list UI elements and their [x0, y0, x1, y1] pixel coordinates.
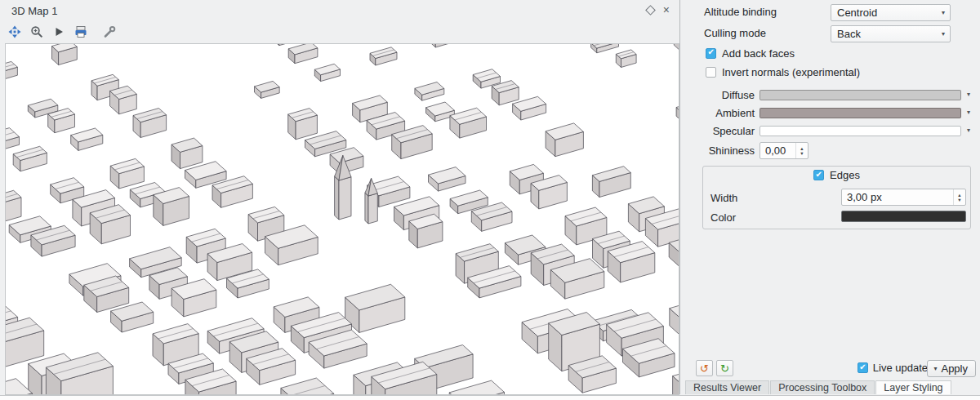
culling-mode-select[interactable]: Back ▾ [831, 25, 951, 42]
zoom-in-icon [30, 25, 43, 38]
altitude-binding-label: Altitude binding [704, 6, 777, 18]
redo-icon: ↻ [720, 362, 729, 375]
tab-label: Results Viewer [693, 382, 761, 393]
add-back-faces-row: Add back faces [706, 46, 795, 60]
edge-color-label: Color [710, 211, 736, 224]
chevron-down-icon[interactable]: ▾ [967, 109, 970, 116]
map-toolbar [0, 21, 679, 42]
apply-dropdown-icon: ▾ [933, 365, 937, 372]
live-update-label: Live update [873, 362, 928, 374]
tab-label: Layer Styling [884, 382, 942, 393]
live-update-checkbox[interactable] [858, 362, 868, 373]
play-icon [52, 25, 65, 38]
spin-down-icon[interactable]: ▾ [958, 198, 960, 202]
add-back-faces-label: Add back faces [722, 47, 795, 60]
zoom-button[interactable] [29, 24, 44, 39]
configure-button[interactable] [102, 24, 117, 39]
styling-footer: ↺ ↻ Live update ▾ Apply [681, 359, 980, 379]
map-panel-title: 3D Map 1 [11, 5, 57, 17]
spin-down-icon[interactable]: ▾ [800, 151, 803, 156]
status-bar [0, 395, 980, 400]
altitude-binding-select[interactable]: Centroid ▾ [831, 4, 951, 21]
tab-processing-toolbox[interactable]: Processing Toolbox [770, 380, 875, 394]
live-update-control: Live update [858, 362, 928, 374]
ambient-row: Ambient ▾ [681, 104, 980, 123]
shininess-spinbox[interactable]: 0,00 ▴ ▾ [760, 142, 808, 159]
shininess-value: 0,00 [760, 143, 795, 158]
play-animation-button[interactable] [51, 24, 66, 39]
configure-wrench-icon [103, 25, 116, 38]
edges-label: Edges [830, 169, 860, 181]
bottom-dock-tabbar: Results Viewer Processing Toolbox Layer … [681, 380, 980, 394]
edge-width-spinbox[interactable]: 3,00 px ▴ ▾ [841, 189, 966, 206]
diffuse-row: Diffuse ▾ [681, 87, 980, 105]
edges-groupbox: Edges Width 3,00 px ▴ ▾ Color [702, 166, 971, 229]
altitude-binding-row: Altitude binding Centroid ▾ [681, 3, 980, 22]
shininess-row: Shininess 0,00 ▴ ▾ [681, 142, 980, 161]
chevron-down-icon: ▾ [942, 9, 945, 16]
map-3d-viewport[interactable] [5, 43, 679, 395]
float-panel-icon[interactable] [645, 5, 656, 16]
chevron-down-icon[interactable]: ▾ [967, 91, 970, 98]
add-back-faces-checkbox[interactable] [706, 48, 716, 59]
culling-mode-label: Culling mode [704, 27, 766, 39]
diffuse-label: Diffuse [681, 89, 755, 101]
specular-color-button[interactable] [760, 126, 961, 136]
shininess-label: Shininess [681, 144, 755, 157]
chevron-down-icon: ▾ [942, 30, 945, 38]
layer-styling-panel: Altitude binding Centroid ▾ Culling mode… [681, 0, 980, 394]
tab-results-viewer[interactable]: Results Viewer [685, 380, 769, 394]
specular-row: Specular ▾ [681, 122, 980, 141]
3d-city-render [6, 44, 679, 394]
undo-icon: ↺ [700, 362, 709, 375]
edges-group-header: Edges [703, 169, 970, 181]
culling-mode-row: Culling mode Back ▾ [681, 24, 980, 43]
specular-label: Specular [681, 125, 755, 137]
close-panel-icon[interactable]: × [663, 6, 670, 14]
edge-width-value: 3,00 px [842, 189, 953, 205]
invert-normals-row: Invert normals (experimental) [706, 64, 860, 79]
diffuse-color-button[interactable] [760, 90, 961, 100]
edge-color-button[interactable] [841, 211, 966, 222]
chevron-down-icon[interactable]: ▾ [967, 127, 970, 134]
camera-pan-button[interactable] [7, 24, 22, 39]
redo-style-button[interactable]: ↻ [716, 360, 733, 376]
ambient-label: Ambient [681, 107, 755, 119]
camera-pan-icon [8, 25, 21, 38]
tab-label: Processing Toolbox [778, 382, 866, 393]
invert-normals-checkbox[interactable] [706, 67, 716, 78]
apply-button[interactable]: ▾ Apply [927, 360, 976, 377]
edge-width-label: Width [710, 192, 737, 204]
ambient-color-button[interactable] [760, 108, 961, 118]
apply-button-label: Apply [941, 362, 968, 375]
tab-layer-styling[interactable]: Layer Styling [875, 380, 951, 394]
culling-mode-value: Back [837, 28, 861, 40]
save-scene-button[interactable] [74, 24, 88, 39]
invert-normals-label: Invert normals (experimental) [722, 66, 860, 78]
edges-checkbox[interactable] [813, 170, 824, 180]
altitude-binding-value: Centroid [837, 7, 877, 19]
map-3d-panel: 3D Map 1 × [0, 0, 680, 394]
save-scene-icon [74, 25, 87, 38]
map-panel-titlebar: 3D Map 1 × [0, 0, 679, 21]
undo-style-button[interactable]: ↺ [696, 360, 713, 376]
